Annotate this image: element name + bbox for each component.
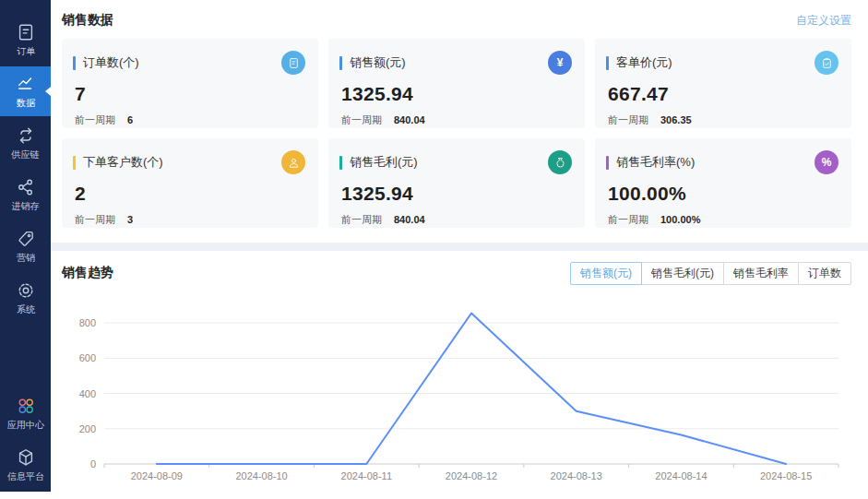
- sidebar-item-label: 营销: [16, 253, 34, 264]
- card-value: 7: [75, 83, 305, 105]
- svg-text:2024-08-13: 2024-08-13: [551, 470, 602, 481]
- sidebar-item-label: 应用中心: [6, 420, 43, 431]
- sidebar-item-label: 信息平台: [6, 471, 43, 482]
- card-title: 销售毛利(元): [350, 154, 418, 171]
- money-bag-icon: [548, 150, 572, 174]
- svg-text:0: 0: [90, 458, 96, 469]
- sales-trend-panel: 销售趋势 销售额(元) 销售毛利(元) 销售毛利率 订单数 0200400600…: [51, 251, 868, 492]
- card-title: 销售额(元): [350, 54, 406, 71]
- sidebar: 订单 数据 供应链 进销存 营销: [0, 0, 51, 492]
- sidebar-item-inventory[interactable]: 进销存: [0, 170, 51, 220]
- sales-trend-chart: 02004006008002024-08-092024-08-102024-08…: [62, 294, 851, 493]
- main-content: 销售数据 自定义设置 订单数(个) 7 前一周期6: [51, 0, 868, 492]
- svg-text:800: 800: [79, 317, 96, 328]
- yuan-icon: ¥: [548, 51, 572, 75]
- supply-chain-icon: [16, 125, 36, 146]
- tab-gross-profit[interactable]: 销售毛利(元): [641, 262, 724, 285]
- sidebar-item-system[interactable]: 系统: [0, 273, 51, 323]
- sidebar-item-info-platform[interactable]: 信息平台: [0, 440, 51, 490]
- card-value: 1325.94: [341, 83, 572, 105]
- card-accent-bar: [73, 156, 76, 170]
- sidebar-item-label: 订单: [16, 46, 34, 57]
- svg-text:200: 200: [79, 423, 96, 434]
- card-title: 下单客户数(个): [83, 154, 163, 171]
- stat-cards: 订单数(个) 7 前一周期6 销售额(元) ¥ 1325.94: [62, 39, 851, 228]
- card-prev-period: 前一周期6: [75, 113, 305, 127]
- sales-data-title: 销售数据: [62, 12, 113, 29]
- section-divider: [51, 243, 868, 251]
- system-gear-icon: [16, 280, 36, 301]
- sidebar-item-orders[interactable]: 订单: [0, 15, 51, 65]
- card-value: 1325.94: [341, 183, 572, 205]
- card-accent-bar: [606, 56, 609, 70]
- card-accent-bar: [339, 56, 342, 70]
- sidebar-item-supply-chain[interactable]: 供应链: [0, 118, 51, 168]
- stat-card-gross-margin: 销售毛利率(%) % 100.00% 前一周期100.00%: [595, 138, 851, 228]
- card-accent-bar: [73, 56, 76, 70]
- card-prev-period: 前一周期840.04: [341, 113, 572, 127]
- stat-card-avg-order-value: 客单价(元) 667.47 前一周期306.35: [595, 39, 851, 128]
- card-value: 2: [75, 183, 305, 205]
- svg-text:2024-08-10: 2024-08-10: [235, 470, 287, 481]
- sidebar-item-label: 数据: [16, 98, 34, 109]
- inventory-icon: [16, 177, 36, 197]
- tab-order-count[interactable]: 订单数: [798, 262, 851, 285]
- card-prev-period: 前一周期840.04: [341, 213, 572, 227]
- svg-text:600: 600: [79, 352, 96, 363]
- app-center-icon: [16, 396, 36, 416]
- card-prev-period: 前一周期306.35: [608, 113, 838, 127]
- trend-metric-switcher: 销售额(元) 销售毛利(元) 销售毛利率 订单数: [570, 262, 851, 285]
- tab-gross-margin[interactable]: 销售毛利率: [723, 262, 799, 285]
- order-icon: [281, 51, 305, 75]
- sidebar-item-label: 供应链: [11, 149, 39, 160]
- card-title: 客单价(元): [616, 54, 672, 71]
- svg-text:2024-08-09: 2024-08-09: [131, 470, 183, 481]
- tab-sales-amount[interactable]: 销售额(元): [570, 262, 642, 285]
- stat-card-gross-profit: 销售毛利(元) 1325.94 前一周期840.04: [328, 138, 585, 228]
- card-accent-bar: [606, 156, 609, 170]
- sidebar-spacer: [0, 325, 51, 388]
- card-prev-period: 前一周期3: [75, 213, 305, 227]
- sidebar-item-label: 进销存: [11, 201, 39, 212]
- sidebar-item-marketing[interactable]: 营销: [0, 221, 51, 271]
- percent-icon: %: [814, 150, 838, 174]
- sales-trend-title: 销售趋势: [62, 265, 113, 281]
- custom-settings-link[interactable]: 自定义设置: [796, 13, 851, 29]
- clipboard-icon: [814, 51, 838, 75]
- info-platform-icon: [16, 447, 36, 468]
- sidebar-item-label: 系统: [16, 304, 34, 315]
- card-value: 667.47: [608, 83, 838, 105]
- stat-card-sales-amount: 销售额(元) ¥ 1325.94 前一周期840.04: [328, 39, 585, 128]
- sales-data-panel: 销售数据 自定义设置 订单数(个) 7 前一周期6: [51, 0, 868, 243]
- svg-text:2024-08-12: 2024-08-12: [446, 470, 497, 481]
- stat-card-order-count: 订单数(个) 7 前一周期6: [62, 39, 318, 128]
- card-prev-period: 前一周期100.00%: [608, 213, 838, 227]
- card-value: 100.00%: [608, 183, 838, 205]
- marketing-tag-icon: [16, 229, 36, 249]
- card-title: 订单数(个): [83, 54, 139, 71]
- sidebar-item-data[interactable]: 数据: [0, 66, 51, 116]
- customer-icon: [281, 150, 305, 174]
- data-chart-icon: [16, 74, 36, 94]
- stat-card-customer-count: 下单客户数(个) 2 前一周期3: [62, 138, 318, 228]
- svg-text:400: 400: [79, 388, 96, 399]
- sidebar-item-app-center[interactable]: 应用中心: [0, 388, 51, 438]
- svg-text:2024-08-14: 2024-08-14: [655, 470, 707, 481]
- card-accent-bar: [339, 156, 342, 170]
- order-doc-icon: [16, 22, 36, 42]
- svg-text:2024-08-11: 2024-08-11: [341, 470, 392, 481]
- card-title: 销售毛利率(%): [616, 154, 695, 171]
- dashboard-app: 订单 数据 供应链 进销存 营销: [0, 0, 868, 499]
- svg-text:2024-08-15: 2024-08-15: [760, 470, 812, 481]
